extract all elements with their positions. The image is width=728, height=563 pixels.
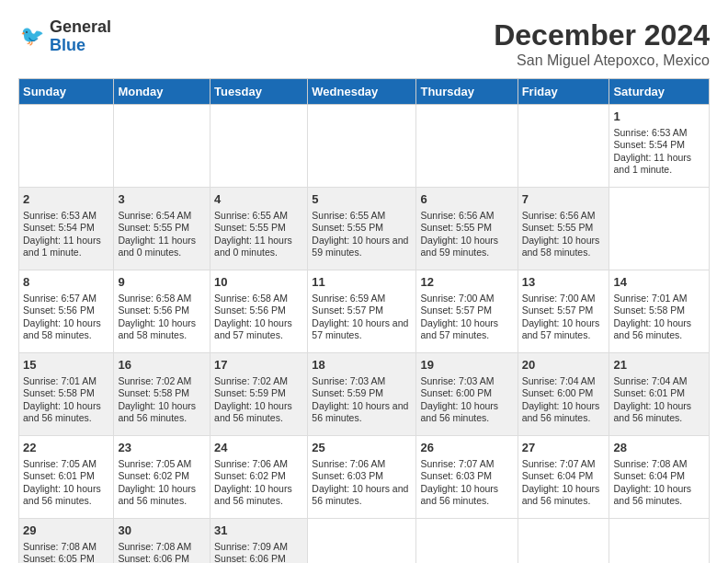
- sunrise-label: Sunrise: 7:01 AM: [23, 375, 97, 386]
- table-row: 23 Sunrise: 7:05 AM Sunset: 6:02 PM Dayl…: [114, 436, 210, 519]
- day-number: 29: [23, 523, 109, 539]
- sunset-label: Sunset: 5:54 PM: [23, 222, 95, 233]
- cell-content: Sunrise: 6:56 AM Sunset: 5:55 PM Dayligh…: [522, 210, 606, 260]
- table-row: 31 Sunrise: 7:09 AM Sunset: 6:06 PM Dayl…: [210, 519, 308, 564]
- daylight-label: Daylight: 10 hours and 56 minutes.: [420, 400, 498, 424]
- daylight-label: Daylight: 10 hours and 56 minutes.: [420, 483, 498, 507]
- sunrise-label: Sunrise: 7:08 AM: [23, 541, 97, 552]
- header-row: Sunday Monday Tuesday Wednesday Thursday…: [19, 79, 710, 105]
- cell-content: Sunrise: 6:55 AM Sunset: 5:55 PM Dayligh…: [312, 210, 412, 260]
- cell-content: Sunrise: 7:05 AM Sunset: 6:01 PM Dayligh…: [23, 458, 109, 509]
- sunset-label: Sunset: 5:56 PM: [118, 304, 189, 316]
- col-monday: Monday: [114, 79, 210, 105]
- table-row: [210, 105, 308, 188]
- table-row: 17 Sunrise: 7:02 AM Sunset: 5:59 PM Dayl…: [210, 353, 308, 436]
- title-section: December 2024 San Miguel Atepoxco, Mexic…: [494, 18, 710, 69]
- daylight-label: Daylight: 10 hours and 56 minutes.: [613, 400, 691, 424]
- table-row: 11 Sunrise: 6:59 AM Sunset: 5:57 PM Dayl…: [308, 270, 416, 353]
- table-row: 27 Sunrise: 7:07 AM Sunset: 6:04 PM Dayl…: [518, 436, 609, 519]
- table-row: [19, 105, 114, 188]
- day-number: 18: [312, 357, 412, 373]
- sunset-label: Sunset: 6:04 PM: [613, 470, 685, 481]
- day-number: 23: [118, 440, 206, 456]
- table-row: 7 Sunrise: 6:56 AM Sunset: 5:55 PM Dayli…: [518, 188, 609, 270]
- cell-content: Sunrise: 6:59 AM Sunset: 5:57 PM Dayligh…: [312, 293, 412, 343]
- daylight-label: Daylight: 10 hours and 56 minutes.: [522, 483, 600, 507]
- svg-text:🐦: 🐦: [20, 24, 45, 48]
- day-number: 1: [613, 109, 705, 125]
- daylight-label: Daylight: 10 hours and 56 minutes.: [23, 483, 101, 507]
- daylight-label: Daylight: 10 hours and 57 minutes.: [214, 317, 292, 341]
- cell-content: Sunrise: 6:58 AM Sunset: 5:56 PM Dayligh…: [118, 293, 206, 343]
- day-number: 16: [118, 357, 206, 373]
- cell-content: Sunrise: 7:09 AM Sunset: 6:06 PM Dayligh…: [214, 541, 303, 563]
- sunset-label: Sunset: 5:55 PM: [522, 222, 594, 233]
- daylight-label: Daylight: 10 hours and 56 minutes.: [23, 400, 101, 424]
- page-header: 🐦 General Blue December 2024 San Miguel …: [18, 18, 710, 69]
- cell-content: Sunrise: 7:01 AM Sunset: 5:58 PM Dayligh…: [613, 293, 705, 343]
- day-number: 26: [420, 440, 513, 456]
- cell-content: Sunrise: 7:02 AM Sunset: 5:58 PM Dayligh…: [118, 375, 206, 426]
- sunset-label: Sunset: 5:58 PM: [613, 304, 685, 316]
- sunrise-label: Sunrise: 7:00 AM: [420, 293, 494, 304]
- sunset-label: Sunset: 6:02 PM: [118, 470, 189, 481]
- daylight-label: Daylight: 10 hours and 58 minutes.: [522, 235, 600, 259]
- sunrise-label: Sunrise: 7:09 AM: [214, 541, 288, 552]
- calendar-body: 1 Sunrise: 6:53 AM Sunset: 5:54 PM Dayli…: [19, 105, 710, 564]
- daylight-label: Daylight: 10 hours and 59 minutes.: [312, 235, 408, 259]
- cell-content: Sunrise: 7:04 AM Sunset: 6:01 PM Dayligh…: [613, 375, 705, 426]
- table-row: [308, 105, 416, 188]
- sunrise-label: Sunrise: 7:06 AM: [312, 458, 385, 469]
- day-number: 24: [214, 440, 303, 456]
- sunrise-label: Sunrise: 6:53 AM: [613, 127, 687, 138]
- calendar-week-row: 1 Sunrise: 6:53 AM Sunset: 5:54 PM Dayli…: [19, 105, 710, 188]
- table-row: 6 Sunrise: 6:56 AM Sunset: 5:55 PM Dayli…: [416, 188, 518, 270]
- cell-content: Sunrise: 7:00 AM Sunset: 5:57 PM Dayligh…: [522, 293, 606, 343]
- sunset-label: Sunset: 5:57 PM: [522, 304, 594, 316]
- sunrise-label: Sunrise: 6:57 AM: [23, 293, 97, 304]
- sunrise-label: Sunrise: 7:01 AM: [613, 293, 687, 304]
- cell-content: Sunrise: 7:02 AM Sunset: 5:59 PM Dayligh…: [214, 375, 303, 426]
- logo: 🐦 General Blue: [18, 18, 111, 55]
- table-row: 25 Sunrise: 7:06 AM Sunset: 6:03 PM Dayl…: [308, 436, 416, 519]
- table-row: [114, 105, 210, 188]
- day-number: 17: [214, 357, 303, 373]
- table-row: 22 Sunrise: 7:05 AM Sunset: 6:01 PM Dayl…: [19, 436, 114, 519]
- col-friday: Friday: [518, 79, 609, 105]
- sunrise-label: Sunrise: 7:00 AM: [522, 293, 596, 304]
- sunrise-label: Sunrise: 6:59 AM: [312, 293, 385, 304]
- sunset-label: Sunset: 5:58 PM: [23, 387, 95, 398]
- table-row: 28 Sunrise: 7:08 AM Sunset: 6:04 PM Dayl…: [609, 436, 710, 519]
- sunset-label: Sunset: 5:56 PM: [23, 304, 95, 316]
- day-number: 30: [118, 523, 206, 539]
- day-number: 13: [522, 274, 606, 291]
- daylight-label: Daylight: 10 hours and 56 minutes.: [522, 400, 600, 424]
- sunrise-label: Sunrise: 7:04 AM: [613, 375, 687, 386]
- table-row: 10 Sunrise: 6:58 AM Sunset: 5:56 PM Dayl…: [210, 270, 308, 353]
- table-row: 15 Sunrise: 7:01 AM Sunset: 5:58 PM Dayl…: [19, 353, 114, 436]
- logo-text: General Blue: [50, 18, 111, 55]
- sunset-label: Sunset: 5:59 PM: [312, 387, 383, 398]
- daylight-label: Daylight: 11 hours and 0 minutes.: [214, 235, 292, 259]
- sunset-label: Sunset: 6:01 PM: [613, 387, 685, 398]
- col-wednesday: Wednesday: [308, 79, 416, 105]
- cell-content: Sunrise: 7:07 AM Sunset: 6:04 PM Dayligh…: [522, 458, 606, 509]
- month-title: December 2024: [494, 18, 710, 52]
- daylight-label: Daylight: 10 hours and 56 minutes.: [613, 317, 691, 341]
- daylight-label: Daylight: 11 hours and 0 minutes.: [118, 235, 196, 259]
- cell-content: Sunrise: 7:08 AM Sunset: 6:06 PM Dayligh…: [118, 541, 206, 563]
- sunrise-label: Sunrise: 7:07 AM: [420, 458, 494, 469]
- table-row: 2 Sunrise: 6:53 AM Sunset: 5:54 PM Dayli…: [19, 188, 114, 270]
- sunset-label: Sunset: 6:01 PM: [23, 470, 95, 481]
- col-saturday: Saturday: [609, 79, 710, 105]
- daylight-label: Daylight: 11 hours and 1 minute.: [23, 235, 101, 259]
- day-number: 11: [312, 274, 412, 291]
- sunrise-label: Sunrise: 7:02 AM: [118, 375, 191, 386]
- table-row: 14 Sunrise: 7:01 AM Sunset: 5:58 PM Dayl…: [609, 270, 710, 353]
- day-number: 20: [522, 357, 606, 373]
- day-number: 2: [23, 191, 109, 208]
- location-title: San Miguel Atepoxco, Mexico: [494, 52, 710, 69]
- sunrise-label: Sunrise: 7:04 AM: [522, 375, 596, 386]
- cell-content: Sunrise: 7:05 AM Sunset: 6:02 PM Dayligh…: [118, 458, 206, 509]
- daylight-label: Daylight: 10 hours and 58 minutes.: [23, 317, 101, 341]
